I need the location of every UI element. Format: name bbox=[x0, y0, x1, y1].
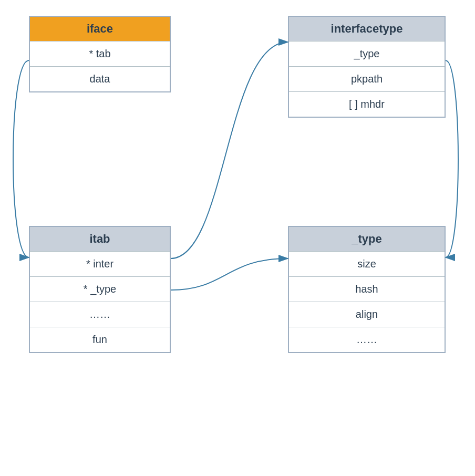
itab-title: itab bbox=[30, 227, 170, 251]
iface-box: iface * tab data bbox=[29, 16, 171, 92]
arrow-itab-inter-to-interfacetype bbox=[171, 42, 288, 258]
type-field-align: align bbox=[289, 302, 445, 327]
type-field-size: size bbox=[289, 251, 445, 276]
iface-field-data: data bbox=[30, 66, 170, 91]
interfacetype-field-type: _type bbox=[289, 41, 445, 66]
interfacetype-field-pkpath: pkpath bbox=[289, 66, 445, 91]
itab-field-inter: * inter bbox=[30, 251, 170, 276]
interfacetype-field-mhdr: [ ] mhdr bbox=[289, 91, 445, 117]
type-field-dots: …… bbox=[289, 327, 445, 352]
itab-field-dots: …… bbox=[30, 302, 170, 327]
interfacetype-title: interfacetype bbox=[289, 17, 445, 41]
itab-box: itab * inter * _type …… fun bbox=[29, 226, 171, 353]
arrow-iface-to-itab bbox=[13, 60, 29, 257]
itab-field-type: * _type bbox=[30, 276, 170, 302]
arrow-interfacetype-to-type bbox=[446, 60, 458, 257]
type-box: _type size hash align …… bbox=[288, 226, 446, 353]
type-field-hash: hash bbox=[289, 276, 445, 302]
diagram: iface * tab data interfacetype _type pkp… bbox=[0, 0, 475, 476]
type-title: _type bbox=[289, 227, 445, 251]
arrow-itab-type-to-type bbox=[171, 258, 288, 290]
itab-field-fun: fun bbox=[30, 327, 170, 352]
interfacetype-box: interfacetype _type pkpath [ ] mhdr bbox=[288, 16, 446, 118]
iface-title: iface bbox=[30, 17, 170, 41]
iface-field-tab: * tab bbox=[30, 41, 170, 66]
